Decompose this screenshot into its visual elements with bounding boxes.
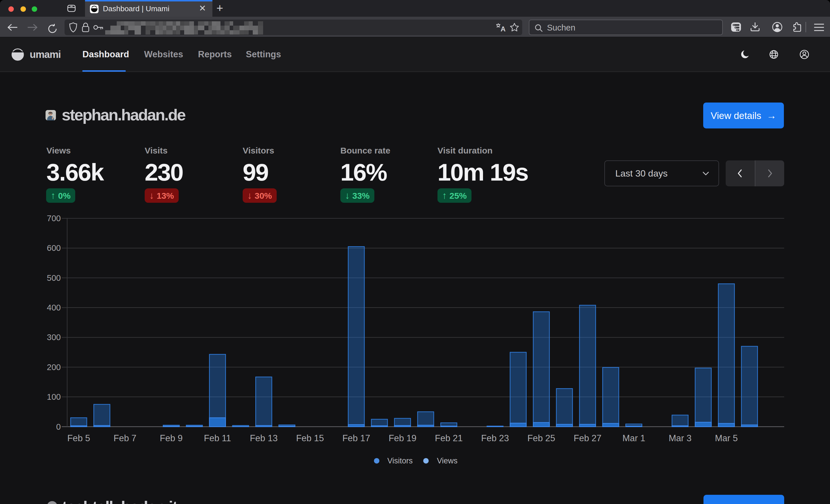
svg-text:Feb 7: Feb 7 <box>114 433 136 443</box>
svg-text:Feb 15: Feb 15 <box>296 433 324 443</box>
svg-text:Feb 23: Feb 23 <box>481 433 509 443</box>
svg-text:Feb 5: Feb 5 <box>67 433 90 443</box>
svg-text:Feb 19: Feb 19 <box>388 433 416 443</box>
svg-text:100: 100 <box>47 392 61 401</box>
svg-text:300: 300 <box>47 333 61 342</box>
svg-text:Mar 5: Mar 5 <box>715 433 738 443</box>
svg-text:700: 700 <box>47 214 61 223</box>
svg-text:Visitors: Visitors <box>387 457 413 465</box>
svg-text:Feb 13: Feb 13 <box>250 433 278 443</box>
svg-text:400: 400 <box>47 303 61 312</box>
svg-text:Views: Views <box>437 457 458 465</box>
svg-text:200: 200 <box>47 363 61 372</box>
svg-text:Feb 11: Feb 11 <box>204 433 231 443</box>
svg-text:Feb 17: Feb 17 <box>342 433 370 443</box>
svg-text:Feb 21: Feb 21 <box>435 433 463 443</box>
svg-text:500: 500 <box>47 273 61 282</box>
svg-text:Feb 25: Feb 25 <box>528 433 555 443</box>
svg-text:Feb 27: Feb 27 <box>574 433 602 443</box>
svg-text:Feb 9: Feb 9 <box>160 433 183 443</box>
svg-text:A: A <box>501 25 506 32</box>
svg-text:0: 0 <box>56 422 61 431</box>
svg-text:Mar 3: Mar 3 <box>669 433 691 443</box>
svg-text:Mar 1: Mar 1 <box>622 433 645 443</box>
svg-text:600: 600 <box>47 243 61 253</box>
